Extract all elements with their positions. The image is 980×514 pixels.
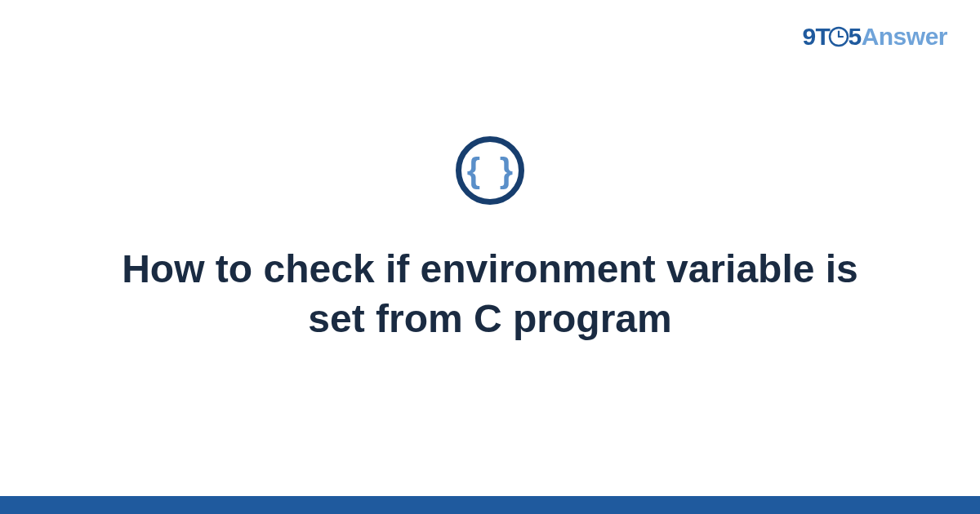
footer-accent-bar: [0, 496, 980, 514]
page-title: How to check if environment variable is …: [114, 244, 866, 344]
code-braces-icon: { }: [467, 153, 518, 188]
main-content: { } How to check if environment variable…: [0, 0, 980, 496]
category-badge: { }: [456, 136, 524, 205]
